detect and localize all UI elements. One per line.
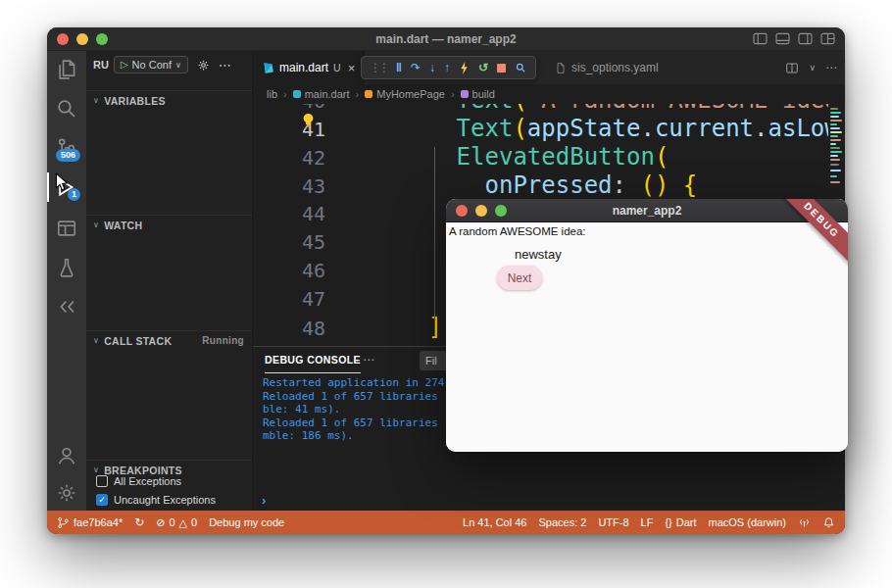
console-line: Restarted application in 274 <box>263 376 444 390</box>
widget-inspector-icon[interactable] <box>515 62 527 74</box>
launch-config-label: No Conf <box>132 59 172 71</box>
breadcrumb-item[interactable]: build <box>461 88 495 100</box>
references-chevrons-icon[interactable] <box>56 296 77 318</box>
step-into-icon[interactable]: ↓ <box>429 62 435 74</box>
app-content: A random AWESOME idea: newstay Next <box>446 222 848 452</box>
encoding-item[interactable]: UTF-8 <box>598 516 628 528</box>
git-branch-item[interactable]: fae7b6a4* <box>57 516 123 529</box>
breakpoint-label: Uncaught Exceptions <box>114 494 216 506</box>
remote-explorer-icon[interactable] <box>56 218 77 239</box>
line-number[interactable]: 48 <box>253 315 325 343</box>
minimize-window-button[interactable] <box>76 33 88 45</box>
line-number[interactable]: 44 <box>253 200 325 228</box>
code-line[interactable]: 40 Text('A random AWESOME idea:'), <box>253 104 845 115</box>
configure-gear-icon[interactable] <box>197 59 210 72</box>
close-window-button[interactable] <box>57 33 69 45</box>
restart-icon[interactable]: ↺ <box>478 62 488 74</box>
close-tab-icon[interactable]: × <box>348 61 356 75</box>
toggle-panel-icon[interactable] <box>775 32 790 45</box>
step-over-icon[interactable]: ↷ <box>411 62 421 74</box>
console-prompt-icon[interactable]: › <box>262 493 266 508</box>
tab-main-dart[interactable]: main.dart U × <box>253 51 365 84</box>
code-line[interactable]: 41 Text(appState.current.asLowerCase), <box>253 115 845 143</box>
toolbar-grip-icon[interactable]: ⋮⋮ <box>370 62 387 74</box>
call-stack-status: Running <box>202 335 244 346</box>
explorer-icon[interactable] <box>56 59 77 80</box>
breadcrumb-item[interactable]: MyHomePage <box>365 88 445 100</box>
line-number[interactable]: 45 <box>253 228 325 257</box>
dart-symbol-icon <box>293 90 301 98</box>
cursor-position-item[interactable]: Ln 41, Col 46 <box>463 516 526 528</box>
indentation-item[interactable]: Spaces: 2 <box>538 516 586 528</box>
language-item[interactable]: {} Dart <box>665 516 696 528</box>
eol-item[interactable]: LF <box>641 516 654 528</box>
lightbulb-icon[interactable] <box>302 114 315 127</box>
tab-debug-console[interactable]: DEBUG CONSOLE <box>265 347 361 373</box>
next-button[interactable]: Next <box>497 266 542 290</box>
checkbox-checked[interactable]: ✓ <box>96 494 108 506</box>
account-icon[interactable] <box>56 445 77 466</box>
console-line: Reloaded 1 of 657 libraries <box>263 390 444 404</box>
more-editor-actions-icon[interactable]: ⋯ <box>825 61 837 74</box>
toggle-primary-sidebar-icon[interactable] <box>753 32 768 45</box>
branch-icon <box>57 516 70 529</box>
breadcrumb-separator: › <box>356 88 360 100</box>
debug-config-item[interactable]: Debug my code <box>209 516 284 528</box>
search-icon[interactable] <box>56 98 77 120</box>
problems-item[interactable]: ⊘ 0 △ 0 <box>156 516 197 529</box>
zoom-window-button[interactable] <box>96 33 108 45</box>
zoom-window-button[interactable] <box>495 205 507 217</box>
line-number[interactable]: 43 <box>253 172 325 201</box>
close-window-button[interactable] <box>456 205 468 217</box>
settings-gear-icon[interactable] <box>56 482 77 504</box>
sync-icon[interactable]: ↻ <box>134 515 144 529</box>
notifications-bell-icon[interactable] <box>822 516 835 529</box>
console-line: ble: 41 ms). <box>263 403 444 416</box>
line-number[interactable]: 46 <box>253 257 325 285</box>
call-stack-section-header[interactable]: ∨ CALL STACK Running <box>86 330 252 350</box>
split-editor-icon[interactable] <box>785 62 799 74</box>
yaml-file-icon <box>555 62 567 74</box>
tab-analysis-options[interactable]: sis_options.yaml <box>555 51 659 84</box>
brackets-icon: {} <box>665 516 671 528</box>
code-line[interactable]: 43 onPressed: () { <box>253 172 845 200</box>
line-number[interactable]: 47 <box>253 285 325 314</box>
warning-icon: △ <box>179 516 187 529</box>
word-pair-text: newstay <box>515 247 562 262</box>
code-line[interactable]: 42 ElevatedButton( <box>253 143 845 172</box>
testing-flask-icon[interactable] <box>56 257 77 278</box>
toggle-secondary-sidebar-icon[interactable] <box>798 32 813 45</box>
breadcrumb-item[interactable]: main.dart <box>293 88 350 100</box>
indent-guide <box>434 147 435 323</box>
ports-broadcast-icon[interactable] <box>798 516 811 529</box>
checkbox-unchecked[interactable] <box>96 475 108 487</box>
tab-bar: main.dart U × ⋮⋮ ‖ ↷ ↓ ↑ ↺ sis <box>253 51 845 84</box>
debug-toolbar: ⋮⋮ ‖ ↷ ↓ ↑ ↺ <box>361 56 536 79</box>
more-actions-icon[interactable]: ⋯ <box>219 58 231 73</box>
console-output: Restarted application in 274Reloaded 1 o… <box>263 376 444 443</box>
customize-layout-icon[interactable] <box>820 32 835 45</box>
variables-section-header[interactable]: ∨ VARIABLES <box>86 90 252 110</box>
breakpoints-list: All Exceptions✓Uncaught Exceptions <box>96 473 248 508</box>
watch-section-header[interactable]: ∨ WATCH <box>86 215 252 234</box>
minimize-window-button[interactable] <box>475 205 487 217</box>
idea-label: A random AWESOME idea: <box>449 225 586 237</box>
app-title-bar[interactable]: namer_app2 <box>446 199 848 222</box>
hot-reload-bolt-icon[interactable] <box>459 62 470 74</box>
breakpoint-item[interactable]: ✓Uncaught Exceptions <box>96 492 248 508</box>
line-number[interactable]: 42 <box>253 144 325 172</box>
start-debug-icon[interactable]: ▷ <box>121 60 128 70</box>
chevron-down-icon[interactable]: ∨ <box>809 63 816 73</box>
pause-icon[interactable]: ‖ <box>396 62 402 74</box>
breadcrumb-item[interactable]: lib <box>267 88 277 100</box>
tab-label: sis_options.yaml <box>571 61 659 74</box>
panel-more-icon[interactable]: ⋯ <box>363 353 374 367</box>
launch-config-dropdown[interactable]: ▷ No Conf ∨ <box>114 56 188 74</box>
chevron-down-icon: ∨ <box>175 61 181 70</box>
app-window-title: namer_app2 <box>613 204 682 218</box>
breadcrumb[interactable]: lib›main.dart›MyHomePage›build <box>253 84 845 104</box>
os-item[interactable]: macOS (darwin) <box>709 516 786 528</box>
step-out-icon[interactable]: ↑ <box>444 62 450 74</box>
breakpoint-item[interactable]: All Exceptions <box>96 473 248 489</box>
stop-icon[interactable] <box>497 64 506 73</box>
